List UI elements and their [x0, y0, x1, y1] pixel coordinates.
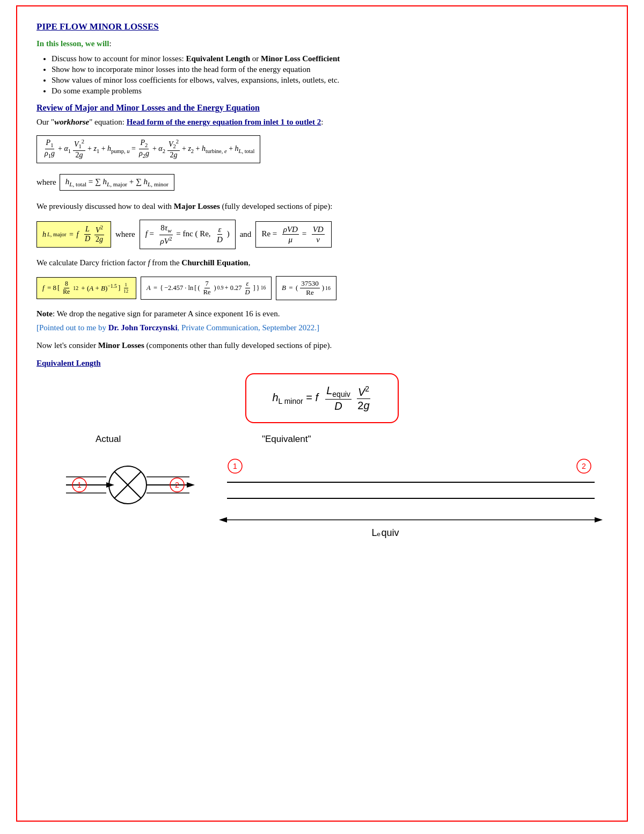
- intro-paragraph: In this lesson, we will:: [36, 38, 608, 50]
- B-formula: B = ( 37530 Re ) 16: [282, 279, 331, 296]
- paren-open: (: [195, 229, 197, 238]
- exp-1-12: 1 12: [121, 282, 130, 294]
- handwritten-formula-box: hL minor = f Lequiv D V2 2g: [245, 373, 398, 423]
- v2-denominator: 2g: [169, 151, 178, 160]
- bracket-open: [: [57, 284, 60, 292]
- page: PIPE FLOW MINOR LOSSES In this lesson, w…: [16, 5, 628, 822]
- where-label-2: where: [115, 230, 135, 239]
- v1-numerator: V12: [73, 139, 85, 151]
- plus1: + α1: [58, 144, 71, 154]
- bracket-close-2: ]: [253, 284, 255, 292]
- energy-equation-box: P1 ρ1g + α1 V12 2g + z1 + hpump, u = P2 …: [36, 135, 260, 163]
- major-losses-suffix: (fully developed sections of pipe):: [220, 202, 333, 211]
- D-den: D: [84, 235, 91, 244]
- 8-num: 8: [64, 280, 69, 288]
- paren-open-2: (: [198, 284, 200, 292]
- minor-losses-paragraph: Now let's consider Minor Losses (compone…: [36, 339, 608, 352]
- 2g-den-hw: 2g: [356, 399, 370, 412]
- frac-Lequiv-D: Lequiv D: [325, 384, 352, 412]
- frac-VD-nu: VD ν: [312, 224, 325, 244]
- 2g-den: 2g: [94, 235, 104, 244]
- D-den2: D: [216, 235, 224, 244]
- rhoV2-den: ρV2: [159, 235, 173, 246]
- B-box: B = ( 37530 Re ) 16: [276, 276, 336, 300]
- paren-close: ): [227, 229, 230, 238]
- p1-denominator: ρ1g: [43, 149, 56, 159]
- list-item: Discuss how to account for minor losses:…: [52, 54, 608, 63]
- frac-1-12: 1 12: [122, 282, 129, 294]
- major-losses-bold: Major Losses: [174, 202, 220, 211]
- exp-16-A: 16: [261, 285, 266, 291]
- frac-8-Re: 8 Re: [61, 280, 72, 296]
- twelve-den: 12: [122, 288, 129, 294]
- nu-den: ν: [315, 235, 321, 244]
- actual-label: Actual: [96, 434, 121, 444]
- eps-num: ε: [217, 224, 223, 235]
- A-formula: A = { −2.457 · ln [ ( 7 Re ) 0.9 + 0.27 …: [147, 280, 266, 296]
- plus-a2: + α2: [152, 144, 165, 154]
- note-text: : We drop the negative sign for paramete…: [53, 309, 280, 318]
- hL-major-formula: hL, major = f L D V2 2g: [42, 224, 105, 244]
- page-title: PIPE FLOW MINOR LOSSES: [36, 21, 608, 32]
- p2-numerator: P2: [139, 139, 149, 149]
- Re-den3: Re: [305, 288, 314, 297]
- major-losses-paragraph: We previously discussed how to deal with…: [36, 200, 608, 213]
- diagrams-area: Actual 1 2 "Equivalent" 1: [36, 429, 608, 549]
- one-num: 1: [124, 282, 128, 288]
- equiv-length-section: Equivalent Length: [36, 359, 608, 368]
- D-den-hw: D: [333, 400, 343, 412]
- plus-AB: + (A + B)−1.5: [79, 283, 117, 293]
- v1-denominator: 2g: [75, 151, 84, 160]
- frac-v2: V22 2g: [167, 139, 180, 160]
- Re-den: Re: [62, 288, 71, 296]
- D-den3: D: [244, 288, 251, 296]
- Re-den2: Re: [202, 288, 212, 296]
- frac-8tw: 8τw ρV2: [159, 223, 173, 246]
- bracket-open-2: [: [194, 284, 196, 292]
- exp-16-B: 16: [325, 285, 331, 291]
- p1-numerator: P1: [45, 139, 55, 149]
- list-item: Show values of minor loss coefficients f…: [52, 76, 608, 85]
- hL-major-box: hL, major = f L D V2 2g: [36, 221, 111, 248]
- frac-L-D: L D: [84, 225, 91, 244]
- L-num: L: [84, 225, 91, 235]
- note-bold-label: Note: [36, 309, 53, 318]
- brace-open: {: [160, 284, 163, 292]
- frac-rhoVD: ρVD μ: [282, 224, 299, 244]
- equiv-length-title: Equivalent Length: [36, 359, 101, 367]
- seven-num: 7: [204, 280, 210, 288]
- 37530-num: 37530: [300, 279, 320, 288]
- minor-losses-bold: Minor Losses: [98, 341, 144, 350]
- mu-den: μ: [288, 235, 294, 244]
- handwritten-formula: hL minor = f Lequiv D V2 2g: [272, 391, 371, 403]
- eps-num2: ε: [245, 280, 250, 288]
- churchill-f-formula: f = 8 [ 8 Re 12 + (A + B)−1.5 ] 1: [42, 280, 130, 296]
- frac-p1: P1 ρ1g: [43, 139, 56, 160]
- V2-num: V2: [94, 224, 104, 235]
- note-paragraph: Note: We drop the negative sign for para…: [36, 308, 608, 320]
- hL-total-box: hL, total = ∑ hL, major + ∑ hL, minor: [60, 174, 174, 191]
- major-losses-intro: We previously discussed how to deal with: [36, 202, 174, 211]
- 8tw-num: 8τw: [159, 223, 172, 235]
- exp-0.9: 0.9: [217, 285, 224, 291]
- frac-V2-2g: V2 2g: [94, 224, 104, 244]
- frac-7-Re: 7 Re: [202, 280, 212, 296]
- Lequiv-arrow-left: [219, 517, 227, 523]
- v2-numerator: V22: [167, 139, 180, 151]
- workhorse-paragraph: Our "workhorse" equation: Head form of t…: [36, 116, 608, 128]
- VD-num: VD: [312, 224, 325, 235]
- brace-close: }: [257, 284, 260, 292]
- workhorse-label: workhorse: [54, 118, 89, 126]
- label-1-actual: 1: [77, 481, 82, 489]
- frac-V2-2g-hw: V2 2g: [356, 385, 370, 412]
- f-box: f = 8τw ρV2 = fnc ( Re, ε D ): [140, 220, 236, 249]
- paren-close-3: ): [322, 284, 324, 292]
- frac-37530: 37530 Re: [300, 279, 320, 296]
- Re-box: Re = ρVD μ = VD ν: [255, 221, 331, 248]
- energy-formula: P1 ρ1g + α1 V12 2g + z1 + hpump, u = P2 …: [42, 139, 254, 160]
- frac-eps-D: ε D: [216, 224, 224, 244]
- churchill-bold: Churchill Equation: [181, 258, 248, 267]
- list-item: Show how to incorporate minor losses int…: [52, 65, 608, 74]
- review-section-title: Review of Major and Minor Losses and the…: [36, 103, 608, 113]
- major-losses-formula-line: hL, major = f L D V2 2g where f = 8τw ρV…: [36, 216, 608, 252]
